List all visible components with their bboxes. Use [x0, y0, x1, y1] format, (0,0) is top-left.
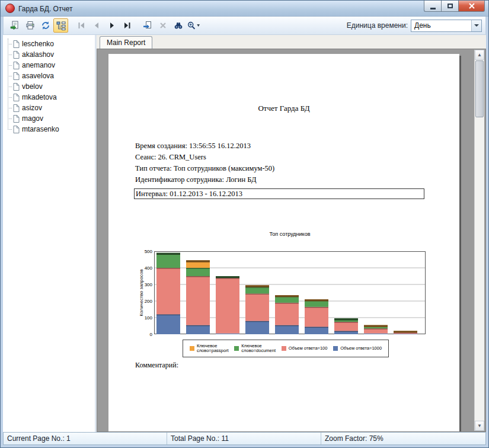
document-icon	[13, 126, 20, 133]
document-icon	[13, 94, 20, 101]
document-icon	[13, 62, 20, 69]
legend-swatch-icon	[234, 346, 239, 351]
legend-label: Объем ответа=1000	[340, 346, 382, 351]
comment-label: Комментарий:	[135, 361, 178, 370]
maximize-icon	[448, 4, 453, 8]
chart-legend: Ключевое слово=passportКлючевое слово=do…	[183, 340, 389, 357]
document-icon	[13, 72, 20, 80]
app-window: Гарда БД. Отчет	[0, 0, 489, 448]
window-title: Гарда БД. Отчет	[18, 5, 72, 13]
document-icon	[13, 40, 20, 48]
time-unit-label: Единица времени:	[347, 21, 408, 30]
scrollbar-thumb[interactable]	[475, 60, 484, 117]
legend-label: Ключевое слово=document	[241, 344, 276, 354]
report-viewer[interactable]: Отчет Гарда БД Время создания: 13:56:55 …	[97, 49, 486, 432]
tree-item-label: leschenko	[22, 40, 54, 48]
time-unit-select[interactable]: День	[411, 20, 482, 32]
report-info-line: Время создания: 13:56:55 16.12.2013	[135, 140, 274, 152]
chart-plot	[154, 251, 426, 334]
tree-item-label: magov	[22, 114, 43, 123]
toolbar: Единица времени: День	[3, 17, 486, 35]
close-button[interactable]	[458, 1, 485, 12]
go-to-page-icon	[143, 21, 152, 30]
tab-main-report[interactable]: Main Report	[100, 36, 152, 49]
minimize-icon	[430, 8, 436, 9]
tree-item-label: asavelova	[22, 72, 54, 80]
report-info-line: Тип отчета: Топ сотрудников (максимум-50…	[135, 163, 274, 174]
previous-page-button[interactable]	[89, 18, 104, 33]
vertical-scrollbar[interactable]: ▲ ▼	[474, 50, 484, 431]
status-current-page: Current Page No.: 1	[4, 433, 167, 444]
go-to-page-button[interactable]	[140, 18, 155, 33]
chevron-down-icon	[197, 24, 200, 27]
tree-item-label: akalashov	[22, 50, 54, 59]
next-page-button[interactable]	[104, 18, 119, 33]
previous-page-icon	[92, 21, 101, 30]
tree-item-label: mtarasenko	[22, 125, 59, 133]
find-text-button[interactable]	[171, 18, 186, 33]
legend-swatch-icon	[190, 346, 194, 351]
status-total-pages: Total Page No.: 11	[167, 433, 321, 444]
first-page-button[interactable]	[73, 18, 88, 33]
tree-item[interactable]: akalashov	[8, 49, 95, 60]
title-bar[interactable]: Гарда БД. Отчет	[1, 1, 488, 17]
tree-item[interactable]: asizov	[8, 103, 95, 113]
legend-item: Ключевое слово=passport	[190, 344, 229, 354]
last-page-button[interactable]	[120, 18, 135, 33]
app-icon	[5, 4, 15, 13]
scroll-down-icon[interactable]: ▼	[475, 421, 484, 431]
refresh-icon	[41, 21, 50, 30]
last-page-icon	[123, 21, 132, 30]
cancel-icon	[158, 21, 168, 30]
first-page-icon	[76, 21, 86, 30]
report-info-lines: Время создания: 13:56:55 16.12.2013 Сеан…	[135, 140, 274, 185]
chevron-down-icon[interactable]	[471, 20, 481, 31]
tree-item-label: anemanov	[22, 61, 55, 69]
tree-item[interactable]: leschenko	[8, 39, 95, 49]
legend-swatch-icon	[333, 346, 338, 351]
minimize-button[interactable]	[424, 1, 441, 12]
report-area: Main Report Отчет Гарда БД Время создани…	[97, 35, 486, 432]
legend-swatch-icon	[282, 346, 286, 351]
next-page-icon	[107, 21, 117, 30]
close-icon	[469, 3, 475, 9]
tab-strip: Main Report	[97, 35, 486, 49]
scroll-up-icon[interactable]: ▲	[475, 50, 484, 60]
tree-item[interactable]: vbelov	[8, 81, 95, 92]
legend-item: Ключевое слово=document	[234, 344, 276, 354]
print-button[interactable]	[23, 18, 37, 33]
report-page: Отчет Гарда БД Время создания: 13:56:55 …	[108, 54, 459, 432]
report-title: Отчет Гарда БД	[108, 104, 459, 113]
tree-item[interactable]: mtarasenko	[8, 124, 95, 135]
cancel-button[interactable]	[155, 18, 170, 33]
report-info-line: Сеанс: 26. CRM_Users	[135, 152, 274, 163]
maximize-button[interactable]	[441, 1, 458, 12]
legend-item: Объем ответа=1000	[333, 346, 382, 351]
legend-item: Объем ответа=100	[282, 346, 328, 351]
zoom-button[interactable]	[186, 18, 201, 33]
document-icon	[13, 104, 20, 112]
status-zoom-factor: Zoom Factor: 75%	[321, 433, 485, 444]
group-tree: leschenko akalashov	[8, 39, 95, 135]
tree-item[interactable]: asavelova	[8, 71, 95, 81]
main-content: leschenko akalashov	[3, 35, 486, 432]
toggle-group-tree-icon	[56, 21, 66, 30]
status-bar: Current Page No.: 1 Total Page No.: 11 Z…	[3, 432, 486, 445]
zoom-icon	[187, 21, 200, 30]
find-text-icon	[174, 21, 183, 30]
tree-item-label: asizov	[22, 104, 42, 112]
export-report-button[interactable]	[7, 18, 22, 33]
export-report-icon	[10, 21, 20, 30]
report-info-line: Идентификатор сотрудника: Логин БД	[135, 174, 274, 185]
tree-item-label: mkadetova	[22, 93, 57, 101]
toggle-group-tree-button[interactable]	[53, 18, 68, 33]
report-interval: Интервал: 01.12.2013 - 16.12.2013	[134, 188, 424, 199]
document-icon	[13, 115, 20, 123]
tree-item[interactable]: mkadetova	[8, 92, 95, 103]
time-unit-value: День	[411, 21, 471, 30]
tree-item[interactable]: anemanov	[8, 60, 95, 71]
refresh-button[interactable]	[38, 18, 53, 33]
group-tree-panel: leschenko akalashov	[3, 35, 97, 432]
document-icon	[13, 51, 20, 59]
tree-item[interactable]: magov	[8, 113, 95, 124]
